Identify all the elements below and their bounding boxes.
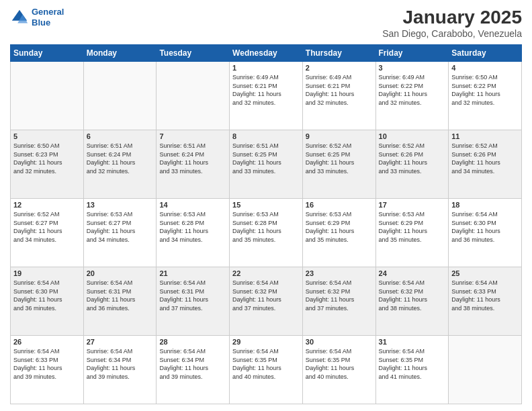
- day-info: Sunrise: 6:49 AMSunset: 6:21 PMDaylight:…: [306, 73, 373, 107]
- day-info: Sunrise: 6:49 AMSunset: 6:21 PMDaylight:…: [232, 73, 300, 107]
- calendar-week-row: 1Sunrise: 6:49 AMSunset: 6:21 PMDaylight…: [11, 62, 522, 130]
- day-number: 10: [379, 132, 446, 140]
- weekday-header-saturday: Saturday: [449, 45, 522, 62]
- day-info: Sunrise: 6:53 AMSunset: 6:28 PMDaylight:…: [159, 210, 226, 244]
- weekday-header-row: SundayMondayTuesdayWednesdayThursdayFrid…: [11, 45, 522, 62]
- day-number: 8: [232, 132, 300, 140]
- day-info: Sunrise: 6:51 AMSunset: 6:25 PMDaylight:…: [232, 142, 300, 175]
- calendar-day-cell: 13Sunrise: 6:53 AMSunset: 6:27 PMDayligh…: [83, 199, 157, 267]
- day-info: Sunrise: 6:53 AMSunset: 6:27 PMDaylight:…: [87, 210, 154, 244]
- day-info: Sunrise: 6:54 AMSunset: 6:32 PMDaylight:…: [306, 279, 373, 312]
- day-number: 21: [159, 269, 226, 277]
- calendar-subtitle: San Diego, Carabobo, Venezuela: [382, 28, 522, 39]
- day-info: Sunrise: 6:50 AMSunset: 6:22 PMDaylight:…: [451, 73, 519, 107]
- day-info: Sunrise: 6:51 AMSunset: 6:24 PMDaylight:…: [159, 142, 226, 175]
- day-number: 22: [232, 269, 300, 277]
- day-info: Sunrise: 6:54 AMSunset: 6:31 PMDaylight:…: [87, 279, 154, 312]
- day-info: Sunrise: 6:51 AMSunset: 6:24 PMDaylight:…: [87, 142, 154, 175]
- calendar-day-cell: 19Sunrise: 6:54 AMSunset: 6:30 PMDayligh…: [11, 267, 84, 336]
- header: General Blue January 2025 San Diego, Car…: [10, 7, 522, 39]
- logo-line2: Blue: [32, 17, 50, 28]
- calendar-day-cell: 21Sunrise: 6:54 AMSunset: 6:31 PMDayligh…: [157, 267, 230, 336]
- calendar-day-cell: 9Sunrise: 6:52 AMSunset: 6:25 PMDaylight…: [302, 130, 375, 199]
- calendar-week-row: 26Sunrise: 6:54 AMSunset: 6:33 PMDayligh…: [11, 336, 522, 404]
- calendar-day-cell: 17Sunrise: 6:53 AMSunset: 6:29 PMDayligh…: [375, 199, 449, 267]
- calendar-day-cell: 29Sunrise: 6:54 AMSunset: 6:35 PMDayligh…: [230, 336, 303, 404]
- calendar-day-cell: 22Sunrise: 6:54 AMSunset: 6:32 PMDayligh…: [230, 267, 303, 336]
- weekday-header-friday: Friday: [375, 45, 449, 62]
- calendar-day-cell: [449, 336, 522, 404]
- day-info: Sunrise: 6:52 AMSunset: 6:27 PMDaylight:…: [13, 210, 81, 244]
- day-info: Sunrise: 6:54 AMSunset: 6:34 PMDaylight:…: [87, 347, 154, 381]
- calendar-day-cell: 15Sunrise: 6:53 AMSunset: 6:28 PMDayligh…: [230, 199, 303, 267]
- day-number: 31: [379, 338, 446, 346]
- day-number: 25: [451, 269, 519, 277]
- day-number: 7: [159, 132, 226, 140]
- calendar-day-cell: 14Sunrise: 6:53 AMSunset: 6:28 PMDayligh…: [157, 199, 230, 267]
- day-number: 13: [87, 201, 154, 209]
- day-number: 18: [451, 201, 519, 209]
- day-number: 30: [306, 338, 373, 346]
- day-info: Sunrise: 6:54 AMSunset: 6:35 PMDaylight:…: [232, 347, 300, 381]
- logo: General Blue: [10, 7, 64, 28]
- calendar-day-cell: 20Sunrise: 6:54 AMSunset: 6:31 PMDayligh…: [83, 267, 157, 336]
- calendar-day-cell: 30Sunrise: 6:54 AMSunset: 6:35 PMDayligh…: [302, 336, 375, 404]
- day-number: 5: [13, 132, 81, 140]
- day-number: 24: [379, 269, 446, 277]
- calendar-day-cell: 10Sunrise: 6:52 AMSunset: 6:26 PMDayligh…: [375, 130, 449, 199]
- calendar-day-cell: 11Sunrise: 6:52 AMSunset: 6:26 PMDayligh…: [449, 130, 522, 199]
- weekday-header-sunday: Sunday: [11, 45, 84, 62]
- day-info: Sunrise: 6:54 AMSunset: 6:35 PMDaylight:…: [379, 347, 446, 381]
- day-info: Sunrise: 6:54 AMSunset: 6:34 PMDaylight:…: [159, 347, 226, 381]
- calendar-day-cell: 23Sunrise: 6:54 AMSunset: 6:32 PMDayligh…: [302, 267, 375, 336]
- weekday-header-monday: Monday: [83, 45, 157, 62]
- calendar-day-cell: 5Sunrise: 6:50 AMSunset: 6:23 PMDaylight…: [11, 130, 84, 199]
- day-number: 14: [159, 201, 226, 209]
- day-info: Sunrise: 6:53 AMSunset: 6:29 PMDaylight:…: [306, 210, 373, 244]
- day-number: 20: [87, 269, 154, 277]
- calendar-day-cell: 24Sunrise: 6:54 AMSunset: 6:32 PMDayligh…: [375, 267, 449, 336]
- calendar-day-cell: 2Sunrise: 6:49 AMSunset: 6:21 PMDaylight…: [302, 62, 375, 130]
- day-number: 12: [13, 201, 81, 209]
- calendar-day-cell: [157, 62, 230, 130]
- weekday-header-wednesday: Wednesday: [230, 45, 303, 62]
- weekday-header-tuesday: Tuesday: [157, 45, 230, 62]
- calendar-week-row: 12Sunrise: 6:52 AMSunset: 6:27 PMDayligh…: [11, 199, 522, 267]
- calendar-day-cell: 12Sunrise: 6:52 AMSunset: 6:27 PMDayligh…: [11, 199, 84, 267]
- day-number: 6: [87, 132, 154, 140]
- day-info: Sunrise: 6:52 AMSunset: 6:25 PMDaylight:…: [306, 142, 373, 175]
- day-number: 19: [13, 269, 81, 277]
- day-number: 9: [306, 132, 373, 140]
- day-info: Sunrise: 6:50 AMSunset: 6:23 PMDaylight:…: [13, 142, 81, 175]
- calendar-day-cell: 1Sunrise: 6:49 AMSunset: 6:21 PMDaylight…: [230, 62, 303, 130]
- calendar-day-cell: 27Sunrise: 6:54 AMSunset: 6:34 PMDayligh…: [83, 336, 157, 404]
- day-number: 11: [451, 132, 519, 140]
- day-info: Sunrise: 6:54 AMSunset: 6:32 PMDaylight:…: [232, 279, 300, 312]
- logo-line1: General: [32, 7, 64, 17]
- calendar-day-cell: 31Sunrise: 6:54 AMSunset: 6:35 PMDayligh…: [375, 336, 449, 404]
- day-info: Sunrise: 6:54 AMSunset: 6:35 PMDaylight:…: [306, 347, 373, 381]
- calendar-day-cell: 8Sunrise: 6:51 AMSunset: 6:25 PMDaylight…: [230, 130, 303, 199]
- page: General Blue January 2025 San Diego, Car…: [0, 0, 532, 411]
- day-info: Sunrise: 6:54 AMSunset: 6:33 PMDaylight:…: [451, 279, 519, 312]
- title-block: January 2025 San Diego, Carabobo, Venezu…: [382, 7, 522, 39]
- calendar-day-cell: 4Sunrise: 6:50 AMSunset: 6:22 PMDaylight…: [449, 62, 522, 130]
- calendar-title: January 2025: [382, 7, 522, 28]
- calendar-day-cell: 25Sunrise: 6:54 AMSunset: 6:33 PMDayligh…: [449, 267, 522, 336]
- calendar-day-cell: [11, 62, 84, 130]
- day-info: Sunrise: 6:54 AMSunset: 6:32 PMDaylight:…: [379, 279, 446, 312]
- day-info: Sunrise: 6:54 AMSunset: 6:31 PMDaylight:…: [159, 279, 226, 312]
- day-info: Sunrise: 6:53 AMSunset: 6:29 PMDaylight:…: [379, 210, 446, 244]
- day-info: Sunrise: 6:54 AMSunset: 6:33 PMDaylight:…: [13, 347, 81, 381]
- day-number: 17: [379, 201, 446, 209]
- day-info: Sunrise: 6:52 AMSunset: 6:26 PMDaylight:…: [379, 142, 446, 175]
- calendar-week-row: 19Sunrise: 6:54 AMSunset: 6:30 PMDayligh…: [11, 267, 522, 336]
- calendar-day-cell: 7Sunrise: 6:51 AMSunset: 6:24 PMDaylight…: [157, 130, 230, 199]
- calendar-day-cell: [83, 62, 157, 130]
- day-info: Sunrise: 6:53 AMSunset: 6:28 PMDaylight:…: [232, 210, 300, 244]
- day-number: 4: [451, 64, 519, 72]
- day-info: Sunrise: 6:49 AMSunset: 6:22 PMDaylight:…: [379, 73, 446, 107]
- day-info: Sunrise: 6:52 AMSunset: 6:26 PMDaylight:…: [451, 142, 519, 175]
- calendar-day-cell: 3Sunrise: 6:49 AMSunset: 6:22 PMDaylight…: [375, 62, 449, 130]
- day-number: 27: [87, 338, 154, 346]
